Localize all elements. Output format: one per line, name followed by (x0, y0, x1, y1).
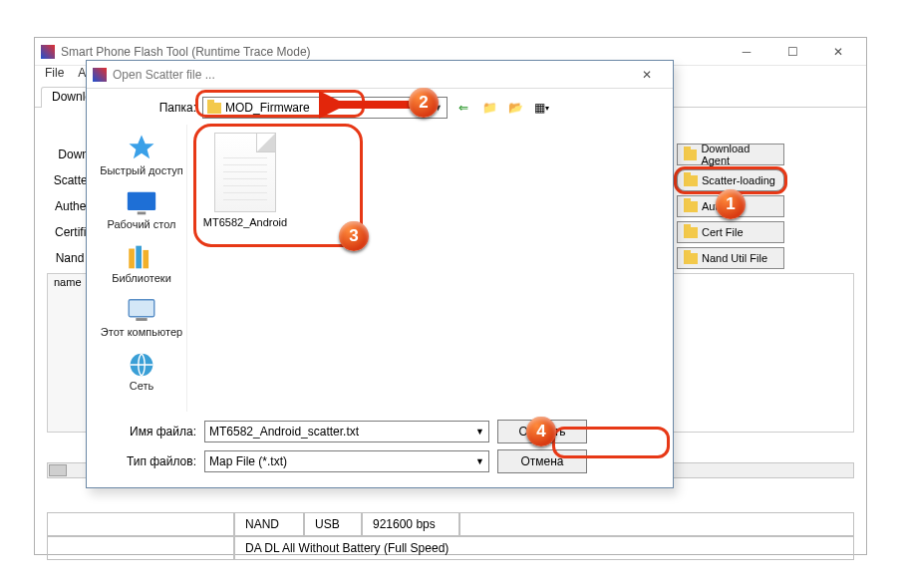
status-usb: USB (304, 512, 362, 536)
file-list-area[interactable]: MT6582_Android (186, 125, 663, 412)
annotation-arrow (319, 90, 419, 120)
filename-label: Имя файла: (97, 425, 196, 439)
file-item-label: MT6582_Android (203, 216, 287, 228)
folder-icon (684, 149, 697, 160)
close-button[interactable]: ✕ (816, 39, 860, 65)
folder-value: MOD_Firmware (225, 101, 310, 115)
annotation-marker-2: 2 (409, 88, 439, 118)
sidebar-thispc[interactable]: Этот компьютер (101, 294, 182, 338)
folder-icon (684, 253, 698, 264)
chevron-down-icon: ▼ (475, 427, 484, 437)
filetype-combo[interactable]: Map File (*.txt)▼ (204, 450, 489, 472)
status-message: DA DL All Without Battery (Full Speed) (234, 536, 854, 560)
svg-rect-7 (136, 318, 147, 321)
status-baud: 921600 bps (362, 512, 459, 536)
app-icon (41, 45, 55, 59)
sidebar-libraries[interactable]: Библиотеки (112, 240, 171, 284)
svg-rect-3 (129, 249, 135, 269)
minimize-button[interactable]: ─ (725, 39, 768, 65)
status-bar: NAND USB 921600 bps DA DL All Without Ba… (47, 512, 854, 560)
status-empty (47, 512, 234, 536)
dialog-titlebar: Open Scatter file ... ✕ (87, 61, 673, 89)
cert-file-button[interactable]: Cert File (677, 221, 784, 243)
nav-view-icon[interactable]: ▦▾ (531, 99, 551, 117)
nav-up-icon[interactable]: 📁 (479, 99, 499, 117)
folder-icon (684, 227, 698, 238)
file-item-scatter[interactable]: MT6582_Android (195, 133, 295, 228)
sidebar-network[interactable]: Сеть (125, 348, 158, 392)
svg-rect-1 (128, 192, 155, 210)
dialog-sidebar: Быстрый доступ Рабочий стол Библиотеки Э… (97, 125, 186, 412)
filetype-label: Тип файлов: (97, 454, 196, 468)
annotation-marker-3: 3 (339, 221, 369, 251)
app-title: Smart Phone Flash Tool (Runtime Trace Mo… (61, 45, 311, 59)
sidebar-quickaccess[interactable]: Быстрый доступ (100, 133, 183, 176)
nand-util-button[interactable]: Nand Util File (677, 247, 784, 269)
document-icon (214, 133, 276, 212)
folder-icon (684, 201, 698, 212)
svg-rect-6 (129, 300, 154, 317)
maximize-button[interactable]: ☐ (770, 39, 814, 65)
menu-file[interactable]: File (45, 66, 64, 86)
annotation-marker-1: 1 (716, 189, 746, 219)
folder-label: Папка: (97, 101, 196, 115)
scrollbar-thumb[interactable] (49, 464, 67, 476)
scatter-loading-button[interactable]: Scatter-loading (677, 169, 784, 191)
chevron-down-icon: ▼ (475, 456, 484, 466)
open-scatter-dialog: Open Scatter file ... ✕ Папка: MOD_Firmw… (86, 60, 674, 488)
svg-rect-2 (138, 212, 147, 215)
sidebar-desktop[interactable]: Рабочий стол (107, 186, 175, 230)
svg-marker-0 (129, 136, 153, 159)
annotation-marker-4: 4 (526, 417, 556, 446)
nav-back-icon[interactable]: ⇐ (453, 99, 473, 117)
dialog-close-button[interactable]: ✕ (627, 68, 667, 82)
dialog-icon (93, 68, 107, 82)
status-empty2 (47, 536, 234, 560)
svg-rect-4 (136, 246, 142, 269)
folder-icon (684, 175, 698, 186)
dialog-nav-icons: ⇐ 📁 📂 ▦▾ (453, 99, 551, 117)
download-agent-button[interactable]: Download Agent (677, 144, 784, 165)
filename-input[interactable]: MT6582_Android_scatter.txt▼ (204, 421, 489, 442)
status-nand: NAND (234, 512, 304, 536)
cancel-button[interactable]: Отмена (497, 449, 587, 473)
dialog-title: Open Scatter file ... (113, 68, 215, 82)
svg-rect-5 (143, 250, 149, 268)
status-extra (459, 512, 854, 536)
folder-icon (207, 103, 221, 114)
nav-newfolder-icon[interactable]: 📂 (505, 99, 525, 117)
